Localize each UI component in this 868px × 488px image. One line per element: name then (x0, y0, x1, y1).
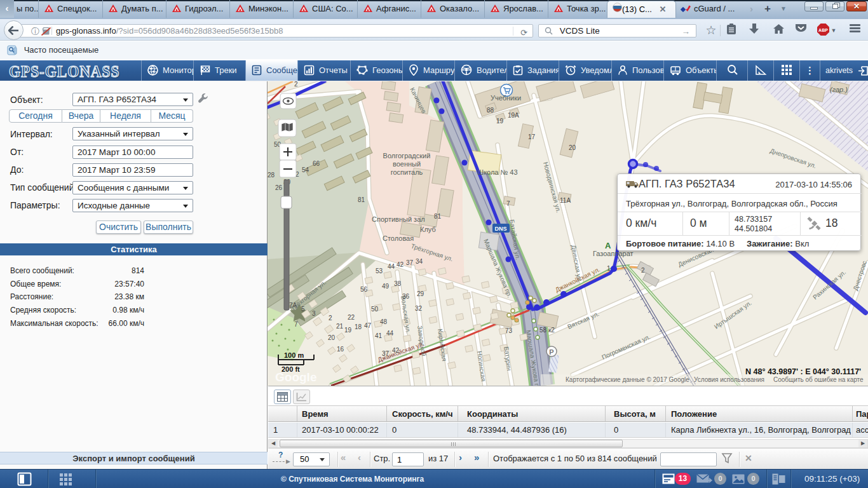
svg-text:Сообщить об ошибке на карте: Сообщить об ошибке на карте (773, 376, 864, 383)
svg-text:48: 48 (380, 318, 388, 325)
svg-text:Спортивный зал: Спортивный зал (372, 215, 425, 223)
svg-text:42: 42 (397, 261, 404, 268)
svg-text:100 m: 100 m (284, 351, 304, 359)
svg-text:1: 1 (607, 265, 611, 272)
svg-text:7: 7 (506, 200, 510, 207)
svg-text:ABP: ABP (818, 28, 828, 32)
svg-text:56: 56 (360, 286, 368, 293)
svg-text:Картографические данные © 2017: Картографические данные © 2017 Google (566, 376, 689, 383)
svg-text:53: 53 (376, 268, 383, 274)
svg-text:20: 20 (569, 144, 576, 151)
svg-text:2: 2 (641, 267, 645, 274)
svg-text:Школа № 43: Школа № 43 (477, 168, 518, 176)
svg-text:81: 81 (434, 213, 442, 220)
svg-text:17: 17 (528, 133, 536, 140)
svg-text:P: P (549, 348, 553, 356)
svg-text:21: 21 (336, 323, 344, 330)
svg-text:88: 88 (487, 107, 494, 114)
svg-text:N 48° 43.9897' : E 044° 30.111: N 48° 43.9897' : E 044° 30.1117' (745, 367, 861, 376)
svg-text:19: 19 (496, 118, 504, 125)
svg-text:44: 44 (388, 263, 395, 270)
svg-text:26: 26 (275, 184, 283, 191)
svg-text:34: 34 (416, 258, 423, 265)
svg-text:41: 41 (375, 332, 383, 339)
svg-text:11А: 11А (560, 197, 571, 204)
svg-text:44: 44 (386, 330, 394, 337)
svg-text:7: 7 (294, 321, 298, 328)
svg-text:5: 5 (301, 306, 305, 313)
svg-text:81: 81 (358, 196, 365, 203)
svg-text:28: 28 (268, 172, 275, 179)
svg-text:3: 3 (312, 310, 316, 317)
svg-text:58 к2: 58 к2 (539, 327, 555, 334)
svg-text:38: 38 (394, 280, 402, 287)
svg-text:19: 19 (344, 327, 352, 334)
svg-text:47: 47 (364, 322, 372, 329)
svg-text:2: 2 (329, 315, 332, 322)
svg-text:А: А (605, 241, 611, 250)
svg-text:29: 29 (417, 290, 424, 297)
svg-text:20: 20 (328, 334, 336, 341)
svg-text:(гар.): (гар.) (830, 86, 848, 93)
svg-text:73: 73 (505, 327, 513, 334)
svg-text:Учебники: Учебники (491, 94, 521, 102)
svg-text:37: 37 (406, 259, 414, 266)
svg-text:Google: Google (275, 370, 316, 384)
svg-text:32: 32 (415, 305, 423, 312)
svg-text:37: 37 (382, 350, 390, 357)
svg-text:18: 18 (355, 323, 362, 330)
svg-text:19А: 19А (508, 112, 519, 119)
svg-text:66: 66 (313, 160, 320, 167)
svg-text:военный: военный (393, 160, 421, 168)
svg-text:16: 16 (337, 346, 344, 353)
svg-text:госпиталь: госпиталь (391, 168, 423, 176)
svg-text:50: 50 (371, 306, 379, 313)
svg-text:Условия использования: Условия использования (694, 376, 764, 383)
svg-text:22: 22 (348, 314, 355, 321)
svg-text:DNS: DNS (494, 226, 506, 232)
svg-text:49: 49 (382, 283, 390, 290)
svg-text:Волгоградский: Волгоградский (383, 152, 431, 159)
svg-text:42: 42 (392, 347, 400, 354)
svg-text:Клуб: Клуб (420, 226, 436, 233)
svg-text:2: 2 (294, 81, 298, 88)
svg-text:54: 54 (302, 166, 309, 173)
svg-text:7А: 7А (289, 302, 297, 309)
svg-text:Столовая: Столовая (383, 234, 414, 242)
svg-text:36: 36 (402, 293, 410, 300)
